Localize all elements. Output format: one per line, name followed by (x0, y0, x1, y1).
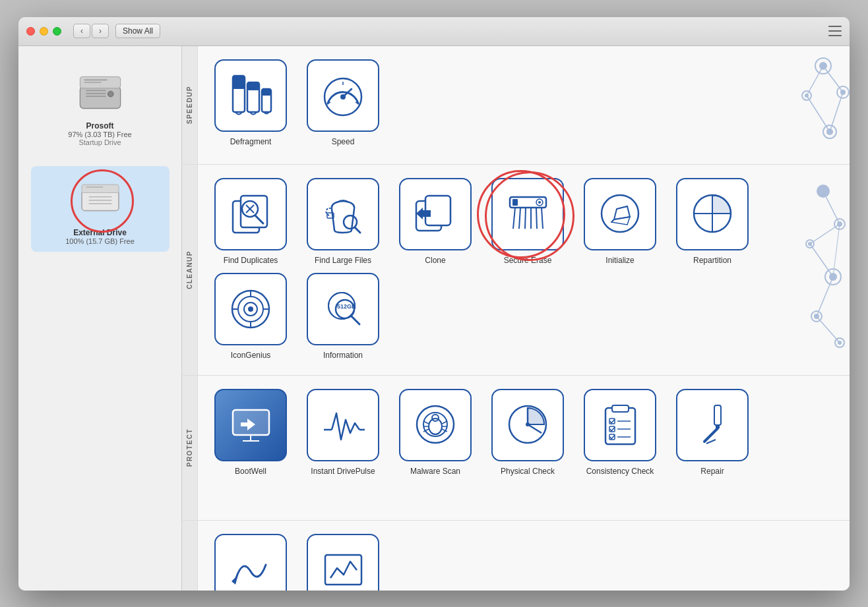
initialize-icon (596, 189, 645, 239)
bootwell-icon (226, 400, 276, 449)
svg-rect-50 (512, 199, 518, 206)
svg-point-67 (248, 306, 253, 312)
icongenius-icon (226, 285, 276, 334)
view-list-icon[interactable] (828, 26, 842, 36)
svg-rect-122 (714, 405, 721, 425)
physical-check-icon-box (491, 389, 564, 461)
svg-point-79 (837, 221, 842, 227)
svg-point-31 (805, 94, 809, 98)
tool-initialize[interactable]: Initialize (577, 178, 663, 265)
svg-line-93 (833, 224, 840, 277)
minimize-button[interactable] (40, 27, 48, 36)
tool-information[interactable]: 512GB Information (300, 273, 386, 360)
speedup-icons: Defragment (198, 46, 850, 164)
repartition-icon-box (676, 178, 749, 250)
svg-rect-17 (233, 76, 245, 89)
svg-line-125 (706, 440, 716, 444)
svg-point-51 (536, 199, 543, 206)
svg-point-81 (808, 242, 812, 246)
show-all-button[interactable]: Show All (115, 24, 160, 38)
forward-button[interactable]: › (92, 24, 109, 38)
extra1-icon (226, 545, 276, 591)
initialize-label: Initialize (605, 256, 634, 265)
close-button[interactable] (26, 27, 35, 36)
svg-line-60 (617, 206, 627, 209)
tool-extra1[interactable] (208, 534, 294, 591)
svg-point-84 (811, 311, 822, 322)
sidebar-item-external[interactable]: External Drive 100% (15.7 GB) Free (31, 166, 170, 252)
tool-find-large-files[interactable]: Find Large Files (300, 178, 386, 265)
svg-point-77 (817, 185, 830, 198)
svg-point-83 (829, 273, 837, 281)
svg-point-33 (826, 129, 833, 135)
cleanup-label-text: CLEANUP (186, 250, 193, 289)
svg-rect-18 (247, 82, 259, 90)
svg-rect-8 (82, 190, 119, 210)
tool-extra2[interactable] (300, 534, 386, 591)
tool-malware-scan[interactable]: Malware Scan (392, 389, 478, 476)
repair-icon-box (676, 389, 749, 461)
svg-rect-19 (262, 89, 271, 96)
find-duplicates-icon (226, 189, 276, 239)
cleanup-icons: Find Duplicates (198, 165, 850, 375)
tool-repair[interactable]: Repair (669, 389, 755, 476)
svg-point-101 (423, 413, 447, 436)
sidebar-item-startup[interactable]: Prosoft 97% (3.03 TB) Free Startup Drive (31, 59, 170, 153)
secure-erase-icon-box (491, 178, 564, 250)
svg-line-54 (519, 208, 520, 229)
svg-line-90 (810, 244, 833, 277)
tool-consistency-check[interactable]: Consistency Check (577, 389, 663, 476)
tool-find-duplicates[interactable]: Find Duplicates (208, 178, 294, 265)
svg-rect-13 (88, 203, 111, 204)
svg-point-80 (806, 240, 814, 248)
malware-scan-label: Malware Scan (410, 467, 460, 476)
startup-drive-svg (77, 69, 123, 115)
bootwell-icon-box (214, 389, 287, 461)
maximize-button[interactable] (53, 27, 61, 36)
tool-icongenius[interactable]: IconGenius (208, 273, 294, 360)
protect-section: PROTECT (182, 376, 850, 521)
find-large-files-label: Find Large Files (315, 256, 371, 265)
svg-point-7 (108, 91, 113, 97)
defragment-icon-box (214, 59, 287, 132)
tool-instant-drivepulse[interactable]: Instant DrivePulse (300, 389, 386, 476)
tool-repartition[interactable]: Repartition (669, 178, 755, 265)
svg-point-26 (815, 58, 831, 74)
titlebar: ‹ › Show All (18, 17, 850, 46)
tool-bootwell[interactable]: BootWell (208, 389, 294, 476)
extra1-icon-box (214, 534, 287, 591)
back-button[interactable]: ‹ (73, 24, 90, 38)
find-duplicates-icon-box (214, 178, 287, 250)
svg-line-75 (352, 316, 359, 324)
tool-defragment[interactable]: Defragment (208, 59, 294, 146)
startup-drive-info: 97% (3.03 TB) Free (68, 130, 131, 138)
svg-line-58 (542, 208, 543, 229)
svg-rect-10 (86, 186, 103, 187)
find-large-files-icon-box (307, 178, 379, 250)
svg-line-37 (807, 96, 830, 132)
molecule-decoration (704, 46, 850, 165)
clone-icon (411, 189, 460, 239)
tool-secure-erase[interactable]: Secure Erase (485, 178, 571, 265)
icongenius-label: IconGenius (231, 351, 271, 360)
svg-rect-3 (84, 82, 101, 83)
svg-rect-12 (88, 199, 111, 200)
tool-speed[interactable]: Speed (300, 59, 386, 146)
svg-point-29 (840, 90, 846, 95)
information-icon: 512GB (319, 285, 368, 334)
main-window: ‹ › Show All (18, 17, 850, 591)
secure-erase-icon (503, 189, 553, 239)
svg-rect-4 (86, 90, 106, 91)
clone-label: Clone (425, 256, 445, 265)
tool-physical-check[interactable]: Physical Check (485, 389, 571, 476)
find-duplicates-label: Find Duplicates (224, 256, 278, 265)
speedup-label-text: SPEEDUP (186, 86, 193, 124)
svg-point-87 (838, 341, 842, 345)
icongenius-icon-box (214, 273, 287, 345)
protect-bottom-icons (198, 521, 850, 591)
initialize-icon-box (584, 178, 656, 250)
speed-icon (319, 71, 368, 120)
startup-drive-name: Prosoft (86, 121, 114, 130)
repair-icon (688, 400, 737, 449)
tool-clone[interactable]: Clone (392, 178, 478, 265)
